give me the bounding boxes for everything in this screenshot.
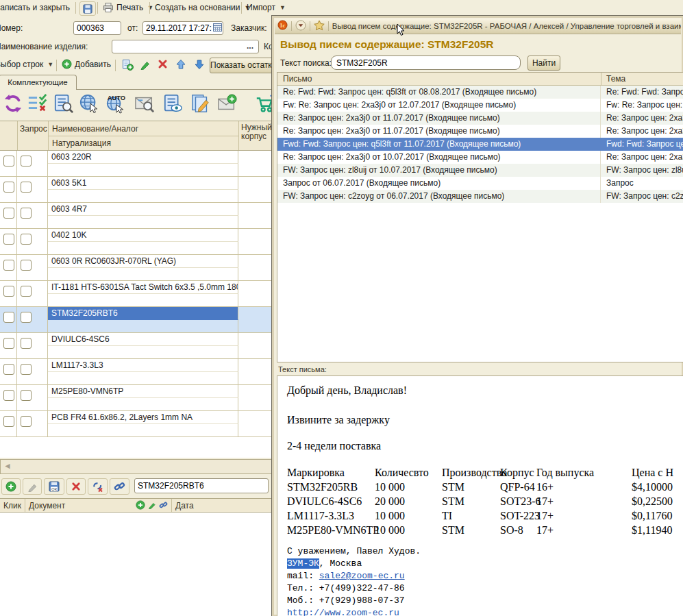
row-checkbox-1[interactable] [3,390,14,401]
component-name-cell[interactable]: 0603 0R RC0603JR-070RL (YAG) [48,255,238,268]
select-rows-button[interactable]: Выбор строк▼ [0,60,53,69]
row-checkbox-2[interactable] [21,390,32,401]
naturalization-cell[interactable] [48,294,238,306]
component-name-cell[interactable]: 0603 220R [48,151,238,164]
mail-add-icon[interactable] [217,93,238,116]
component-name-cell[interactable]: 0603 4R7 [48,203,238,216]
link-edit-button[interactable] [23,478,42,495]
naturalization-cell[interactable] [48,190,238,202]
row-checkbox-1[interactable] [3,234,14,245]
component-row[interactable]: LM1117-3.3L3 [0,359,272,385]
naturalization-cell[interactable] [48,164,238,176]
needed-package-cell[interactable] [238,177,272,202]
email-link[interactable]: sale2@zoom-ec.ru [319,571,405,581]
globe-cursor-icon[interactable] [79,93,99,116]
mail-row[interactable]: Fw: Re: Запрос цен: 2xa3j0 от 12.07.2017… [277,99,683,112]
component-name-cell[interactable]: 0603 5K1 [48,177,238,190]
find-button[interactable]: Найти [527,56,560,71]
row-checkbox-2[interactable] [21,286,32,297]
favorite-star-button[interactable] [314,20,325,33]
move-down-button[interactable] [194,59,205,72]
needed-package-cell[interactable] [238,359,272,384]
row-checkbox-2[interactable] [21,182,32,193]
needed-package-cell[interactable] [238,203,272,228]
product-ellipsis-button[interactable]: ... [247,41,253,51]
mail-row[interactable]: Fwd: Fwd: Запрос цен: q5l3ft от 11.07.20… [277,138,683,151]
horizontal-scrollbar[interactable]: ◄ [0,459,272,474]
needed-package-cell[interactable] [238,333,272,358]
linked-add-icon[interactable] [136,500,145,512]
row-checkbox-2[interactable] [21,338,32,349]
mail-search-icon[interactable] [134,93,155,116]
naturalization-cell[interactable] [48,424,238,436]
component-row[interactable]: 0603 220R [0,151,272,177]
add-row-button[interactable]: Добавить [62,59,111,69]
naturalization-cell[interactable] [48,320,238,332]
copy-row-button[interactable] [122,59,134,73]
mail-row[interactable]: FW: Запрос цен: c2zoyg от 06.07.2017 (Вх… [277,190,683,203]
product-input[interactable] [112,40,259,53]
window-menu-button[interactable] [295,20,306,33]
needed-package-cell[interactable] [238,385,272,410]
row-checkbox-2[interactable] [21,260,32,271]
needed-package-cell[interactable] [238,151,272,176]
unlink-button[interactable] [88,478,108,495]
create-from-button[interactable]: Создать на основании▼ [155,3,250,12]
row-checkbox-1[interactable] [3,312,14,323]
needed-package-cell[interactable] [238,281,272,306]
component-row[interactable]: IT-1181 HTS-6301SA Tact Switch 6x3.5 ,5.… [0,281,272,307]
row-checkbox-1[interactable] [3,338,14,349]
component-name-cell[interactable]: DVIULC6-4SC6 [48,333,238,346]
component-row[interactable]: STM32F205RBT6 [0,307,272,333]
save-close-button[interactable]: Записать и закрыть [0,3,70,12]
linked-chain-icon[interactable] [159,501,168,512]
globe-auto-icon[interactable]: AUTO [105,93,125,116]
component-row[interactable]: M25PE80-VMN6TP [0,385,272,411]
calendar-button[interactable] [213,23,222,34]
linked-edit-icon[interactable] [148,501,156,511]
tab-components[interactable]: Комплектующие [0,75,77,90]
row-checkbox-2[interactable] [21,208,32,219]
mail-row[interactable]: Re: Запрос цен: 2xa3j0 от 10.07.2017 (Вх… [277,151,683,164]
row-checkbox-1[interactable] [3,416,14,427]
naturalization-cell[interactable] [48,268,238,280]
pages-edit-icon[interactable] [190,93,211,116]
component-row[interactable]: 0603 5K1 [0,177,272,203]
list-search-icon[interactable] [53,93,74,116]
list-eye-icon[interactable] [163,93,184,116]
link-delete-button[interactable] [66,478,86,495]
move-up-button[interactable] [175,59,186,72]
component-name-cell[interactable]: LM1117-3.3L3 [48,359,238,372]
delete-row-button[interactable] [158,59,168,71]
row-checkbox-1[interactable] [3,364,14,375]
component-name-cell[interactable]: PCB FR4 61.6x86.2, 2Layers 1mm NA [48,411,238,424]
needed-package-cell[interactable] [238,255,272,280]
component-name-cell[interactable]: 0402 10K [48,229,238,242]
row-checkbox-1[interactable] [3,208,14,219]
print-button[interactable]: Печать▼ [103,2,153,13]
save-button[interactable] [79,1,96,16]
needed-package-cell[interactable] [238,411,272,436]
naturalization-cell[interactable] [48,372,238,384]
number-input[interactable] [73,21,121,35]
mail-row[interactable]: Re: Запрос цен: 2xa3j0 от 11.07.2017 (Вх… [277,112,683,125]
mail-row[interactable]: Re: Запрос цен: 2xa3j0 от 11.07.2017 (Вх… [277,125,683,138]
link-save-ok-button[interactable]: ОК [44,478,64,495]
row-checkbox-2[interactable] [21,312,32,323]
link-button[interactable] [110,478,129,495]
mail-row[interactable]: Re: Fwd: Fwd: Запрос цен: q5l3ft от 08.0… [277,86,683,99]
row-checkbox-1[interactable] [3,182,14,193]
letter-body[interactable]: Добрый день, Владислав! Извините за заде… [277,375,683,616]
edit-row-button[interactable] [140,59,151,72]
row-checkbox-2[interactable] [21,234,32,245]
date-input[interactable] [142,21,223,35]
row-checkbox-2[interactable] [21,156,32,167]
naturalization-cell[interactable] [48,242,238,254]
search-input[interactable] [331,56,521,70]
scroll-left-arrow[interactable]: ◄ [3,461,12,471]
component-row[interactable]: 0603 0R RC0603JR-070RL (YAG) [0,255,272,281]
component-row[interactable]: 0603 4R7 [0,203,272,229]
row-checkbox-1[interactable] [3,156,14,167]
mail-row[interactable]: FW: Запрос цен: zl8uij от 10.07.2017 (Вх… [277,164,683,177]
show-remainders-button[interactable]: Показать остатки [210,58,274,73]
